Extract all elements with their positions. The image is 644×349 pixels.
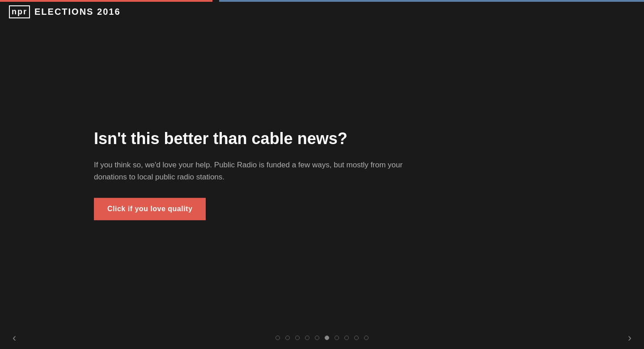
top-progress-bars: [0, 0, 644, 2]
dot-8[interactable]: [354, 336, 359, 340]
dot-4[interactable]: [315, 336, 319, 340]
dot-0[interactable]: [275, 336, 280, 340]
dot-6[interactable]: [335, 336, 339, 340]
dot-5[interactable]: [325, 336, 329, 340]
main-heading: Isn't this better than cable news?: [94, 129, 479, 148]
main-description: If you think so, we'd love your help. Pu…: [94, 159, 434, 183]
header-title: ELECTIONS 2016: [34, 7, 121, 17]
bottom-navigation: ‹ ›: [0, 336, 644, 340]
main-content: Isn't this better than cable news? If yo…: [94, 129, 479, 220]
dot-7[interactable]: [344, 336, 349, 340]
npr-logo: npr: [9, 5, 30, 18]
dot-1[interactable]: [285, 336, 290, 340]
dot-2[interactable]: [295, 336, 300, 340]
top-bar-red: [0, 0, 212, 2]
header: npr ELECTIONS 2016: [9, 5, 121, 18]
top-bar-blue: [219, 0, 644, 2]
prev-arrow-button[interactable]: ‹: [9, 328, 20, 348]
dot-9[interactable]: [364, 336, 369, 340]
dot-3[interactable]: [305, 336, 309, 340]
cta-button[interactable]: Click if you love quality: [94, 198, 206, 220]
next-arrow-button[interactable]: ›: [624, 328, 635, 348]
dot-indicators: [275, 336, 369, 340]
npr-logo-text: npr: [12, 7, 27, 17]
top-bar-gap: [212, 0, 219, 2]
